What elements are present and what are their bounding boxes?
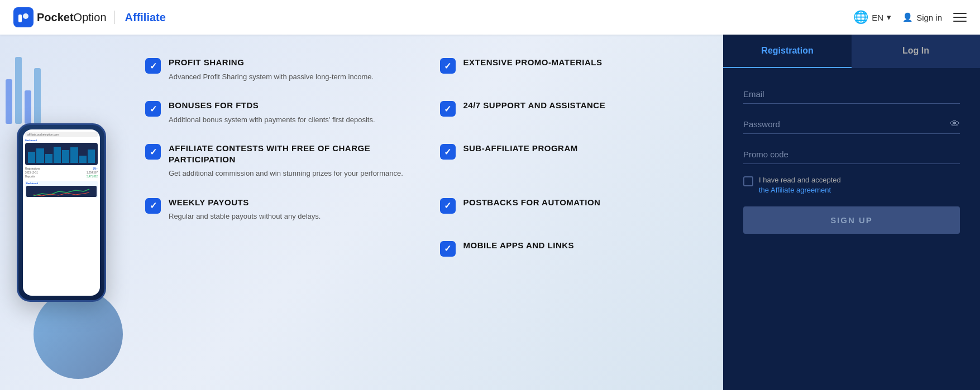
email-input[interactable] [743, 85, 960, 104]
feature-text: 24/7 SUPPORT AND ASSISTANCE [463, 100, 606, 114]
logo: PocketOption Affiliate [13, 7, 166, 27]
check-icon: ✓ [440, 198, 456, 214]
feature-extensive-promo: ✓ EXTENSIVE PROMO-MATERIALS [440, 57, 701, 82]
language-selector[interactable]: 🌐 EN ▾ [853, 10, 891, 25]
feature-text: WEEKLY PAYOUTS Regular and stable payout… [169, 197, 321, 222]
check-icon: ✓ [440, 144, 456, 160]
feature-text: BONUSES FOR FTDS Additional bonus system… [169, 100, 375, 125]
promo-input[interactable] [743, 145, 960, 164]
feature-sub-affiliate: ✓ SUB-AFFILIATE PROGRAM [440, 143, 701, 179]
features-area: ✓ PROFIT SHARING Advanced Profit Sharing… [123, 35, 723, 279]
logo-affiliate-text: Affiliate [125, 11, 166, 24]
user-icon: 👤 [902, 12, 913, 22]
feature-weekly-payouts: ✓ WEEKLY PAYOUTS Regular and stable payo… [145, 197, 407, 222]
check-icon: ✓ [440, 241, 456, 257]
phone-illustration: affiliate.pocketoption.com Dashboard [0, 35, 123, 390]
sign-in-button[interactable]: 👤 Sign in [902, 12, 942, 22]
main-content: affiliate.pocketoption.com Dashboard [0, 35, 723, 390]
feature-text: AFFILIATE CONTESTS WITH FREE OF CHARGE P… [169, 143, 407, 179]
feature-text: PROFIT SHARING Advanced Profit Sharing s… [169, 57, 374, 82]
sign-in-label: Sign in [916, 13, 942, 22]
feature-contests: ✓ AFFILIATE CONTESTS WITH FREE OF CHARGE… [145, 143, 407, 179]
tab-registration[interactable]: Registration [723, 35, 852, 68]
feature-mobile-apps: ✓ MOBILE APPS AND LINKS [440, 240, 701, 257]
header-right: 🌐 EN ▾ 👤 Sign in [853, 10, 967, 25]
registration-form: 👁 I have read and accepted the Affiliate… [723, 68, 980, 251]
logo-divider [114, 11, 115, 24]
feature-bonuses-ftds: ✓ BONUSES FOR FTDS Additional bonus syst… [145, 100, 407, 125]
check-icon: ✓ [145, 198, 161, 214]
page-wrapper: affiliate.pocketoption.com Dashboard [0, 0, 980, 390]
deco-circle [34, 290, 123, 379]
check-icon: ✓ [145, 144, 161, 160]
feature-postbacks: ✓ POSTBACKS FOR AUTOMATION [440, 197, 701, 222]
feature-text: SUB-AFFILIATE PROGRAM [463, 143, 578, 157]
logo-icon [13, 7, 34, 27]
agree-row: I have read and accepted the Affiliate a… [743, 175, 960, 195]
tab-login[interactable]: Log In [852, 35, 980, 68]
feature-profit-sharing: ✓ PROFIT SHARING Advanced Profit Sharing… [145, 57, 407, 82]
phone-mockup: affiliate.pocketoption.com Dashboard [17, 123, 106, 302]
globe-icon: 🌐 [853, 10, 868, 25]
email-field [743, 85, 960, 104]
svg-rect-0 [18, 15, 22, 22]
panel-tabs: Registration Log In [723, 35, 980, 68]
check-icon: ✓ [440, 101, 456, 117]
password-input[interactable] [743, 115, 960, 134]
check-icon: ✓ [145, 58, 161, 74]
right-panel: Registration Log In 👁 I have read and ac… [723, 35, 980, 390]
password-toggle-icon[interactable]: 👁 [950, 118, 960, 130]
feature-text: MOBILE APPS AND LINKS [463, 240, 575, 254]
header: PocketOption Affiliate 🌐 EN ▾ 👤 Sign in [0, 0, 980, 35]
lang-arrow: ▾ [887, 12, 891, 22]
agree-checkbox[interactable] [743, 176, 753, 186]
sign-up-button[interactable]: SIGN UP [743, 206, 960, 234]
logo-pocket-text: PocketOption [37, 11, 107, 24]
feature-support: ✓ 24/7 SUPPORT AND ASSISTANCE [440, 100, 701, 125]
check-icon: ✓ [440, 58, 456, 74]
promo-field [743, 145, 960, 164]
feature-text: POSTBACKS FOR AUTOMATION [463, 197, 601, 211]
svg-point-1 [23, 13, 28, 19]
lang-code: EN [872, 13, 883, 22]
check-icon: ✓ [145, 101, 161, 117]
affiliate-agreement-link[interactable]: the Affiliate agreement [759, 186, 831, 194]
feature-text: EXTENSIVE PROMO-MATERIALS [463, 57, 603, 71]
hamburger-menu[interactable] [953, 13, 967, 22]
password-field: 👁 [743, 115, 960, 134]
agree-text: I have read and accepted the Affiliate a… [759, 175, 841, 195]
